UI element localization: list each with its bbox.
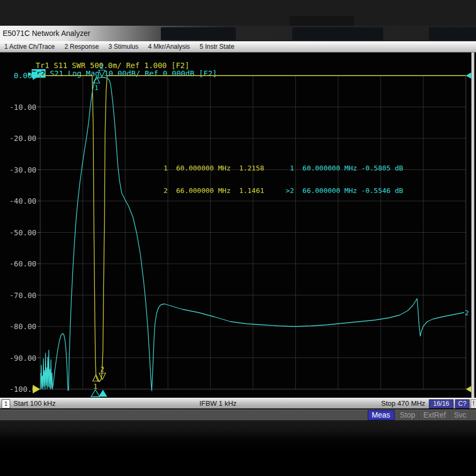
calibration-status-badge: C?: [455, 399, 470, 408]
marker-row: 2 66.000000 MHz 1.1461: [163, 187, 264, 195]
marker-readout-tr2: 1 60.000000 MHz -0.5805 dB >2 66.000000 …: [286, 150, 403, 210]
marker-row: >2 66.000000 MHz -0.5546 dB: [286, 187, 403, 195]
marker2-tr2-label: 2: [100, 62, 104, 70]
menu-item-2[interactable]: 2 Response: [64, 43, 99, 50]
y-axis-label: -60.00: [5, 259, 36, 268]
menu-item-4[interactable]: 4 Mkr/Analysis: [148, 43, 190, 50]
menu-bar: 1 Active Ch/Trace2 Response3 Stimulus4 M…: [0, 41, 476, 53]
y-axis-label: -10.00: [5, 103, 36, 111]
sweep-stop-value[interactable]: Stop 470 MHz: [381, 399, 425, 407]
title-bar-texture: [161, 27, 236, 40]
y-axis-label: 0.000: [5, 71, 36, 80]
e5071c-application: E5071C Network Analyzer 1 Active Ch/Trac…: [0, 0, 476, 476]
menu-item-5[interactable]: 5 Instr State: [199, 43, 234, 50]
averaging-count-badge: 16/16: [429, 399, 453, 408]
y-axis-label: -80.00: [5, 322, 36, 331]
tr1-ref-level-icon-left: [33, 385, 40, 393]
softkey-stop[interactable]: Stop: [396, 411, 419, 420]
screen-bezel: [0, 420, 476, 476]
marker1-tr1-label: 1: [93, 382, 98, 390]
marker-row: 1 60.000000 MHz 1.2158: [163, 165, 264, 172]
softkey-extref[interactable]: ExtRef: [419, 411, 450, 420]
y-axis-label: -90.00: [5, 354, 36, 362]
screen-right-edge: [471, 53, 474, 398]
y-axis-label: -20.00: [5, 134, 36, 143]
title-bar-texture: [292, 27, 383, 40]
softkey-svc[interactable]: Svc: [450, 411, 470, 420]
instrument-screen: Tr1 S11 SWR 500.0m/ Ref 1.000 [F2] ▶Tr2 …: [0, 53, 476, 398]
marker1-stimulus-icon[interactable]: [91, 390, 100, 397]
marker2-tr1-label: 2: [100, 365, 105, 373]
marker-row: 1 60.000000 MHz -0.5805 dB: [286, 165, 403, 172]
marker1-tr2-label: 1: [94, 84, 99, 92]
sweep-start-value[interactable]: Start 100 kHz: [13, 399, 56, 407]
y-axis-label: -50.00: [5, 228, 36, 237]
ifbw-value[interactable]: IFBW 1 kHz: [199, 399, 236, 407]
y-axis-label: -30.00: [5, 166, 36, 174]
menu-item-1[interactable]: 1 Active Ch/Trace: [4, 43, 55, 50]
graticule: 1 2 1 2 2: [40, 76, 466, 389]
marker2-stimulus-icon[interactable]: [99, 390, 107, 397]
channel-number-box: 1: [2, 399, 10, 408]
softkey-meas[interactable]: Meas: [368, 410, 395, 420]
marker2-tr1-icon[interactable]: [99, 373, 106, 380]
window-texture: [289, 16, 354, 26]
menu-item-3[interactable]: 3 Stimulus: [108, 43, 138, 50]
title-bar-texture: [429, 27, 476, 40]
trace2-end-label: 2: [465, 309, 469, 317]
window-title: E5071C Network Analyzer: [3, 29, 90, 38]
y-axis-label: -40.00: [5, 197, 36, 205]
alert-badge: !: [471, 399, 476, 408]
y-axis-label: -100.0: [5, 385, 36, 393]
instrument-status-bar: MeasStopExtRefSvc: [0, 409, 476, 421]
window-chrome-top: [0, 0, 476, 26]
grid-lines: [38, 76, 466, 389]
marker-readout-tr1: 1 60.000000 MHz 1.2158 2 66.000000 MHz 1…: [163, 150, 264, 210]
y-axis-label: -70.00: [5, 291, 36, 300]
softkey-partial: [470, 411, 476, 420]
channel-status-bar: 1 Start 100 kHz IFBW 1 kHz Stop 470 MHz …: [0, 398, 476, 408]
title-bar: E5071C Network Analyzer: [0, 26, 476, 41]
